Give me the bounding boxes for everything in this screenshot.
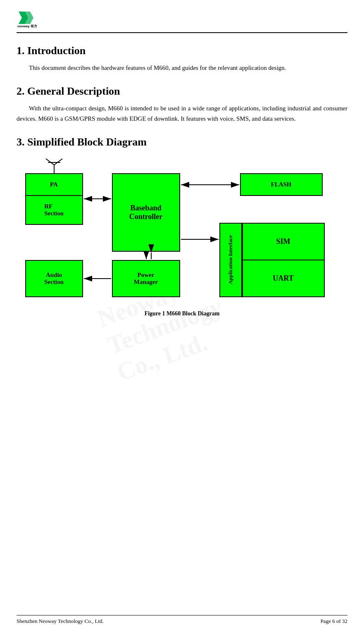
- section-3-title: Simplified Block Diagram: [27, 136, 147, 148]
- pa-rf-box: PA RFSection: [25, 173, 83, 225]
- audio-label: AudioSection: [44, 272, 64, 286]
- app-interface-label: Application Interface: [227, 235, 234, 284]
- footer-company: Shenzhen Neoway Technology Co., Ltd.: [17, 618, 104, 625]
- page-footer: Shenzhen Neoway Technology Co., Ltd. Pag…: [17, 615, 347, 625]
- section-2-number: 2.: [17, 85, 25, 97]
- power-box: PowerManager: [112, 260, 180, 297]
- flash-label: FLASH: [271, 181, 291, 188]
- figure-caption: Figure 1 M660 Block Diagram: [145, 310, 220, 317]
- section-2-title: General Description: [27, 85, 120, 97]
- section-1-number: 1.: [17, 45, 25, 57]
- app-interface-box: Application Interface: [219, 223, 242, 297]
- power-label: PowerManager: [134, 272, 158, 286]
- svg-line-5: [46, 159, 54, 165]
- section-2-body: With the ultra-compact design, M660 is i…: [17, 103, 347, 124]
- antenna-symbol: [42, 157, 67, 173]
- footer-page: Page 6 of 32: [321, 618, 347, 625]
- audio-box: AudioSection: [25, 260, 83, 297]
- svg-text:neoway 有方: neoway 有方: [17, 24, 37, 28]
- section-1-body: This document describes the hardware fea…: [17, 63, 347, 74]
- svg-line-6: [54, 159, 62, 165]
- pa-label: PA: [26, 174, 82, 196]
- rf-label: RFSection: [26, 196, 82, 224]
- section-3-heading: 3. Simplified Block Diagram: [17, 136, 347, 148]
- sim-uart-box: SIM UART: [242, 223, 325, 297]
- section-3-number: 3.: [17, 136, 25, 148]
- section-1-heading: 1. Introduction: [17, 45, 347, 57]
- main-content: 1. Introduction This document describes …: [17, 45, 347, 325]
- sim-label: SIM: [243, 224, 324, 260]
- company-logo: neoway 有方: [17, 7, 50, 28]
- page-header: neoway 有方: [17, 7, 347, 33]
- flash-box: FLASH: [240, 173, 323, 196]
- baseband-box: BasebandController: [112, 173, 180, 252]
- diagram-area: PA RFSection BasebandController FLASH Au…: [21, 157, 343, 305]
- section-2-heading: 2. General Description: [17, 85, 347, 98]
- block-diagram-section: PA RFSection BasebandController FLASH Au…: [17, 157, 347, 325]
- baseband-label: BasebandController: [129, 204, 163, 221]
- uart-label: UART: [243, 260, 324, 296]
- section-1-title: Introduction: [27, 45, 86, 57]
